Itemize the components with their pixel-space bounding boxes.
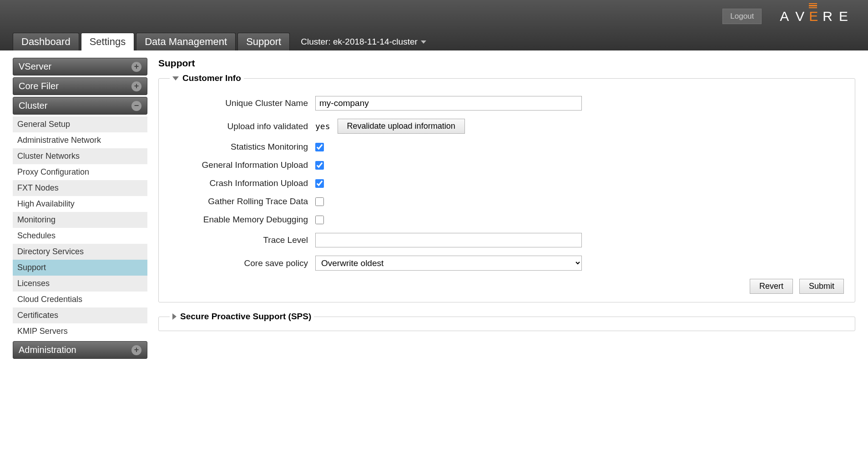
- checkbox-statistics-monitoring[interactable]: [315, 143, 324, 151]
- logo-letter-a: A: [780, 9, 795, 24]
- logo-letter-r: R: [823, 9, 839, 24]
- page-title: Support: [158, 58, 855, 69]
- plus-icon: +: [131, 345, 141, 355]
- revert-button[interactable]: Revert: [750, 279, 793, 294]
- triangle-down-icon: [172, 76, 179, 81]
- select-core-save-policy[interactable]: Overwrite oldest: [315, 256, 582, 271]
- sidebar-label: VServer: [19, 61, 51, 72]
- sidebar-item-directory-services[interactable]: Directory Services: [13, 244, 147, 260]
- sidebar-item-fxt-nodes[interactable]: FXT Nodes: [13, 180, 147, 196]
- tab-settings[interactable]: Settings: [81, 33, 135, 50]
- label-enable-memory-debugging: Enable Memory Debugging: [170, 215, 315, 225]
- sidebar-section-cluster[interactable]: Cluster −: [13, 97, 147, 115]
- sidebar-item-cluster-networks[interactable]: Cluster Networks: [13, 148, 147, 164]
- plus-icon: +: [131, 81, 141, 91]
- label-general-info-upload: General Information Upload: [170, 160, 315, 170]
- label-gather-rolling-trace: Gather Rolling Trace Data: [170, 196, 315, 206]
- sidebar-label: Cluster: [19, 101, 47, 111]
- tab-dashboard[interactable]: Dashboard: [13, 33, 79, 50]
- cluster-name-label: Cluster: ek-2018-11-14-cluster: [301, 37, 418, 47]
- sidebar-item-schedules[interactable]: Schedules: [13, 228, 147, 244]
- logo-letter-e2: E: [839, 9, 854, 24]
- sidebar-item-support[interactable]: Support: [13, 260, 147, 276]
- tab-support[interactable]: Support: [237, 33, 290, 50]
- sidebar-label: Administration: [19, 345, 76, 355]
- checkbox-gather-rolling-trace[interactable]: [315, 197, 324, 206]
- sidebar-item-general-setup[interactable]: General Setup: [13, 116, 147, 132]
- section-sps: Secure Proactive Support (SPS): [158, 312, 855, 331]
- sidebar-label: Core Filer: [19, 81, 59, 91]
- sidebar-item-certificates[interactable]: Certificates: [13, 307, 147, 323]
- section-customer-info: Customer Info Unique Cluster Name Upload…: [158, 73, 855, 302]
- label-crash-info-upload: Crash Information Upload: [170, 178, 315, 188]
- label-trace-level: Trace Level: [170, 235, 315, 245]
- logout-button[interactable]: Logout: [722, 9, 762, 24]
- label-upload-info-validated: Upload info validated: [170, 121, 315, 131]
- submit-button[interactable]: Submit: [799, 279, 844, 294]
- input-unique-cluster-name[interactable]: [315, 96, 582, 111]
- revalidate-button[interactable]: Revalidate upload information: [338, 119, 465, 134]
- sidebar-item-licenses[interactable]: Licenses: [13, 276, 147, 292]
- logo-letter-e-accent: E: [809, 9, 824, 24]
- minus-icon: −: [131, 101, 141, 111]
- sidebar-item-monitoring[interactable]: Monitoring: [13, 212, 147, 228]
- input-trace-level[interactable]: [315, 233, 582, 247]
- sidebar-section-vserver[interactable]: VServer +: [13, 58, 147, 75]
- triangle-right-icon: [172, 313, 177, 320]
- section-header-customer-info[interactable]: Customer Info: [170, 73, 244, 83]
- sidebar-item-high-availability[interactable]: High Availability: [13, 196, 147, 212]
- logo-letter-v: V: [795, 9, 811, 24]
- sidebar-item-administrative-network[interactable]: Administrative Network: [13, 132, 147, 148]
- label-core-save-policy: Core save policy: [170, 258, 315, 268]
- section-title: Secure Proactive Support (SPS): [180, 312, 311, 322]
- sidebar-cluster-items: General Setup Administrative Network Clu…: [13, 116, 147, 339]
- main-content: Support Customer Info Unique Cluster Nam…: [158, 58, 855, 361]
- cluster-selector[interactable]: Cluster: ek-2018-11-14-cluster: [292, 33, 435, 50]
- chevron-down-icon: [421, 40, 426, 44]
- checkbox-enable-memory-debugging[interactable]: [315, 216, 324, 224]
- label-unique-cluster-name: Unique Cluster Name: [170, 98, 315, 108]
- checkbox-crash-info-upload[interactable]: [315, 179, 324, 188]
- sidebar-section-core-filer[interactable]: Core Filer +: [13, 77, 147, 95]
- tab-data-management[interactable]: Data Management: [136, 33, 236, 50]
- sidebar: VServer + Core Filer + Cluster − General…: [13, 58, 147, 361]
- sidebar-item-kmip-servers[interactable]: KMIP Servers: [13, 323, 147, 339]
- checkbox-general-info-upload[interactable]: [315, 161, 324, 170]
- upload-info-value: yes: [315, 121, 330, 131]
- sidebar-section-administration[interactable]: Administration +: [13, 341, 147, 359]
- section-header-sps[interactable]: Secure Proactive Support (SPS): [170, 312, 314, 322]
- plus-icon: +: [131, 62, 141, 72]
- sidebar-item-proxy-configuration[interactable]: Proxy Configuration: [13, 164, 147, 180]
- label-statistics-monitoring: Statistics Monitoring: [170, 142, 315, 152]
- avere-logo: A V E R E: [780, 9, 854, 24]
- section-title: Customer Info: [182, 73, 241, 83]
- sidebar-item-cloud-credentials[interactable]: Cloud Credentials: [13, 292, 147, 307]
